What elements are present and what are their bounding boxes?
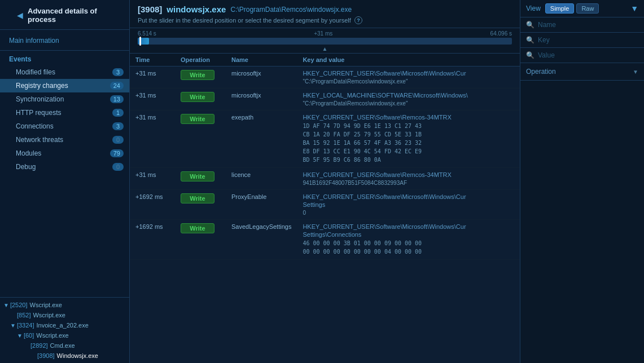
write-badge: Write (181, 171, 214, 182)
sidebar-item-badge: 24 (110, 82, 124, 90)
kv-path2: Settings (303, 201, 514, 208)
kv-path: HKEY_CURRENT_USER\Software\Remcos-34MTRX (303, 171, 514, 178)
cell-keyvalue: HKEY_CURRENT_USER\Software\Microsoft\Win… (297, 190, 520, 220)
tree-arrow-icon: ▼ (17, 333, 23, 339)
sidebar-item-label: Registry changes (16, 82, 68, 90)
tree-arrow-icon: ▼ (10, 322, 16, 329)
table-row[interactable]: +31 msWritemicrosoftjxHKEY_CURRENT_USER\… (130, 67, 520, 88)
sidebar-item-debug[interactable]: Debug 0 (0, 160, 129, 174)
hint-icon: ? (354, 16, 362, 24)
cell-name: SavedLegacySettings (226, 220, 297, 260)
main-content: [3908] windowsjx.exe C:\ProgramData\Remc… (130, 0, 520, 363)
table-row[interactable]: +1692 msWriteProxyEnableHKEY_CURRENT_USE… (130, 190, 520, 220)
timeline-end: 64.096 s (490, 30, 512, 37)
operation-dropdown[interactable]: Operation ▼ (520, 63, 644, 81)
timeline-handle[interactable] (139, 37, 141, 46)
hex-data: 1D AF 74 7D 94 9D E6 1E 13 C1 27 43CB 1A… (303, 123, 422, 163)
cell-name: ProxyEnable (226, 190, 297, 220)
simple-view-btn[interactable]: Simple (545, 3, 575, 14)
cell-name: microsoftjx (226, 88, 297, 110)
key-filter-field: 🔍 (520, 33, 644, 48)
sidebar-item-http-requests[interactable]: HTTP requests 1 (0, 106, 129, 119)
filter-icon-btn[interactable]: ▼ (630, 4, 638, 13)
sidebar-item-registry-changes[interactable]: Registry changes 24 (0, 79, 129, 92)
tree-item-3324[interactable]: ▼ [3324] Invoice_a_202.exe (0, 320, 129, 330)
table-row[interactable]: +31 msWritelicenceHKEY_CURRENT_USER\Soft… (130, 168, 520, 190)
sidebar-item-badge: 3 (112, 68, 124, 76)
col-name: Name (226, 54, 297, 67)
cell-time: +31 ms (130, 168, 175, 190)
kv-path: HKEY_LOCAL_MACHINE\SOFTWARE\Microsoft\Wi… (303, 92, 514, 99)
raw-view-btn[interactable]: Raw (576, 3, 599, 14)
kv-value: "C:\ProgramData\Remcos\windowsjx.exe" (303, 100, 408, 107)
tree-item-3908[interactable]: [3908] Windowsjx.exe (0, 351, 129, 361)
tree-name: Cmd.exe (50, 342, 75, 349)
tree-item-60[interactable]: ▼ [60] Wscript.exe (0, 330, 129, 340)
sidebar-item-badge: 1 (112, 109, 124, 117)
key-filter-input[interactable] (538, 36, 638, 44)
cell-time: +1692 ms (130, 190, 175, 220)
hex-data: 46 00 00 00 3B 01 00 00 09 00 00 0000 00… (303, 240, 422, 255)
cell-operation: Write (175, 190, 226, 220)
kv-value: "C:\ProgramData\Remcos\windowsjx.exe" (303, 78, 408, 85)
tree-item-2520[interactable]: ▼ [2520] Wscript.exe (0, 300, 129, 310)
timeline-collapse-btn[interactable]: ▲ (138, 46, 512, 52)
table-row[interactable]: +31 msWritemicrosoftjxHKEY_LOCAL_MACHINE… (130, 88, 520, 110)
col-operation: Operation (175, 54, 226, 67)
tree-item-2892[interactable]: [2892] Cmd.exe (0, 340, 129, 351)
kv-value: 0 (303, 210, 306, 216)
kv-path: HKEY_CURRENT_USER\Software\Remcos-34MTRX (303, 114, 514, 121)
kv-path: HKEY_CURRENT_USER\Software\Microsoft\Win… (303, 70, 514, 77)
timeline-start: 6.514 s (138, 30, 156, 37)
sidebar-item-connections[interactable]: Connections 3 (0, 119, 129, 133)
registry-table-container[interactable]: Time Operation Name Key and value +31 ms… (130, 54, 520, 363)
timeline-labels: 6.514 s +31 ms 64.096 s (138, 30, 512, 37)
sidebar-main-information[interactable]: Main information (0, 30, 129, 51)
view-toggle-row: View Simple Raw ▼ (520, 0, 644, 17)
back-arrow-icon: ◀ (17, 11, 23, 20)
tree-item-852[interactable]: [852] Wscript.exe (0, 310, 129, 320)
name-filter-input[interactable] (538, 21, 638, 29)
sidebar: ◀ Advanced details of process Main infor… (0, 0, 130, 363)
value-filter-input[interactable] (538, 51, 638, 59)
sidebar-item-modules[interactable]: Modules 79 (0, 147, 129, 160)
tree-name: Invoice_a_202.exe (37, 322, 89, 329)
cell-operation: Write (175, 220, 226, 260)
tree-name: Wscript.exe (33, 312, 65, 318)
cell-time: +31 ms (130, 110, 175, 168)
table-row[interactable]: +31 msWriteexepathHKEY_CURRENT_USER\Soft… (130, 110, 520, 168)
operation-dropdown-label: Operation (526, 68, 556, 76)
timeline-track[interactable] (138, 38, 512, 45)
view-label: View (526, 5, 541, 12)
sidebar-item-synchronization[interactable]: Synchronization 13 (0, 92, 129, 106)
table-row[interactable]: +1692 msWriteSavedLegacySettingsHKEY_CUR… (130, 220, 520, 260)
sidebar-item-badge: 0 (112, 136, 124, 144)
main-header: [3908] windowsjx.exe C:\ProgramData\Remc… (130, 0, 520, 28)
write-badge: Write (181, 223, 214, 233)
sidebar-title: Advanced details of process (28, 7, 124, 24)
cell-operation: Write (175, 67, 226, 88)
search-value-icon: 🔍 (526, 51, 535, 59)
tree-pid: [3324] (17, 322, 34, 329)
cell-operation: Write (175, 168, 226, 190)
kv-value: 941B1692F48007B51F5084C8832993AF (303, 180, 407, 186)
registry-table: Time Operation Name Key and value +31 ms… (130, 54, 520, 260)
write-badge: Write (181, 92, 214, 102)
cell-keyvalue: HKEY_CURRENT_USER\Software\Remcos-34MTRX… (297, 168, 520, 190)
kv-path: HKEY_CURRENT_USER\Software\Microsoft\Win… (303, 193, 514, 200)
search-name-icon: 🔍 (526, 21, 535, 29)
sidebar-item-badge: 13 (110, 95, 124, 103)
sidebar-item-modified-files[interactable]: Modified files 3 (0, 65, 129, 79)
table-header: Time Operation Name Key and value (130, 54, 520, 67)
tree-pid: [2520] (10, 302, 28, 308)
cell-keyvalue: HKEY_CURRENT_USER\Software\Microsoft\Win… (297, 67, 520, 88)
kv-path2: Settings\Connections (303, 231, 514, 238)
tree-pid: [3908] (37, 352, 55, 359)
process-name: windowsjx.exe (167, 5, 226, 14)
tree-pid: [2892] (30, 342, 48, 349)
sidebar-item-label: Modified files (16, 68, 55, 76)
sidebar-item-label: Debug (16, 163, 36, 171)
tree-name: Wscript.exe (36, 332, 68, 339)
sidebar-item-network-threats[interactable]: Network threats 0 (0, 133, 129, 147)
sidebar-back-header[interactable]: ◀ Advanced details of process (0, 0, 129, 30)
